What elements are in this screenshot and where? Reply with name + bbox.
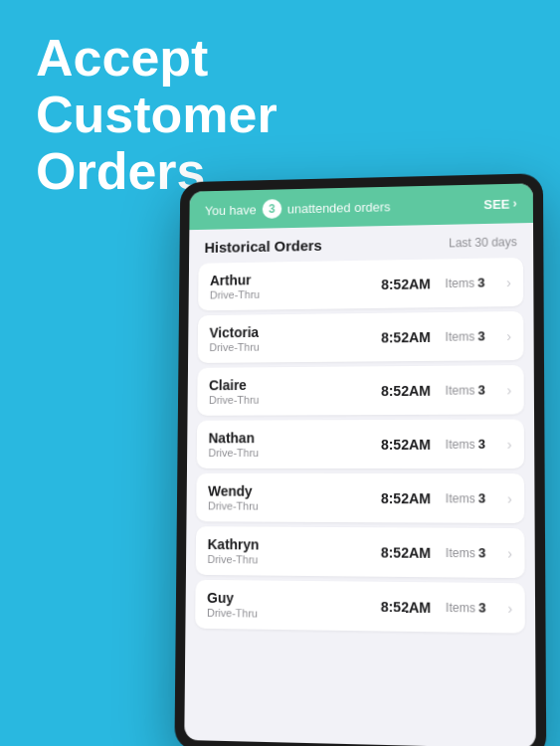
- order-name: Wendy: [208, 483, 366, 499]
- orders-header-title: Historical Orders: [204, 237, 321, 256]
- order-time: 8:52AM: [378, 382, 433, 398]
- orders-list: Arthur Drive-Thru 8:52AM Items 3 › Victo…: [184, 258, 536, 746]
- banner-chevron-icon: ›: [513, 197, 517, 211]
- order-time: 8:52AM: [378, 544, 434, 561]
- order-items: Items 3: [446, 328, 501, 344]
- order-card-chevron-icon: ›: [507, 490, 512, 506]
- order-name: Nathan: [209, 430, 367, 446]
- order-card[interactable]: Nathan Drive-Thru 8:52AM Items 3 ›: [197, 419, 524, 468]
- order-card-chevron-icon: ›: [506, 328, 511, 344]
- order-card-chevron-icon: ›: [507, 436, 512, 452]
- order-info: Guy Drive-Thru: [207, 590, 366, 621]
- order-card[interactable]: Wendy Drive-Thru 8:52AM Items 3 ›: [196, 473, 524, 523]
- orders-header-subtitle: Last 30 days: [449, 235, 517, 250]
- order-card[interactable]: Arthur Drive-Thru 8:52AM Items 3 ›: [198, 258, 523, 310]
- banner-prefix: You have: [205, 202, 257, 218]
- order-info: Nathan Drive-Thru: [208, 430, 366, 459]
- order-type: Drive-Thru: [207, 553, 366, 566]
- banner-suffix: unattended orders: [287, 199, 391, 216]
- tablet-device: You have 3 unattended orders SEE › Histo…: [174, 173, 546, 746]
- hero-line1: Accept: [36, 30, 278, 87]
- order-items-label: Items: [446, 329, 475, 343]
- order-name: Arthur: [210, 271, 367, 288]
- order-items-count: 3: [478, 437, 485, 452]
- order-card-chevron-icon: ›: [506, 275, 511, 290]
- order-items-count: 3: [477, 276, 484, 290]
- order-type: Drive-Thru: [209, 340, 366, 353]
- order-name: Kathryn: [208, 536, 367, 553]
- order-info: Arthur Drive-Thru: [210, 271, 367, 301]
- order-items: Items 3: [446, 382, 501, 397]
- banner-see-label: SEE: [483, 196, 509, 211]
- order-items-count: 3: [478, 600, 485, 615]
- order-type: Drive-Thru: [208, 447, 366, 459]
- banner-see-button[interactable]: SEE ›: [483, 196, 516, 212]
- order-time: 8:52AM: [378, 436, 433, 452]
- banner-message: You have 3 unattended orders: [205, 194, 483, 220]
- order-items-count: 3: [478, 545, 485, 560]
- order-type: Drive-Thru: [210, 286, 367, 300]
- order-name: Victoria: [209, 323, 366, 341]
- order-items-label: Items: [446, 545, 475, 559]
- order-time: 8:52AM: [378, 490, 433, 506]
- banner-count: 3: [262, 199, 281, 219]
- order-card[interactable]: Claire Drive-Thru 8:52AM Items 3 ›: [197, 365, 524, 416]
- order-items-label: Items: [446, 276, 475, 289]
- order-type: Drive-Thru: [207, 607, 366, 621]
- order-name: Guy: [207, 590, 366, 608]
- order-items-count: 3: [477, 328, 484, 343]
- order-items-count: 3: [478, 490, 485, 505]
- order-items-label: Items: [446, 600, 475, 615]
- order-time: 8:52AM: [378, 598, 434, 615]
- order-info: Victoria Drive-Thru: [209, 323, 366, 353]
- order-info: Claire Drive-Thru: [209, 376, 367, 406]
- order-info: Wendy Drive-Thru: [208, 483, 366, 512]
- hero-line2: Customer: [36, 87, 278, 143]
- order-info: Kathryn Drive-Thru: [207, 536, 366, 566]
- order-items-count: 3: [477, 382, 484, 397]
- order-items: Items 3: [446, 600, 501, 616]
- order-items: Items 3: [446, 545, 501, 561]
- order-type: Drive-Thru: [209, 393, 367, 406]
- order-items: Items 3: [446, 490, 501, 505]
- order-card-chevron-icon: ›: [507, 545, 512, 561]
- order-card-chevron-icon: ›: [507, 382, 512, 398]
- order-items-label: Items: [446, 437, 475, 451]
- tablet-screen: You have 3 unattended orders SEE › Histo…: [184, 183, 536, 746]
- order-items: Items 3: [446, 275, 501, 290]
- order-card[interactable]: Guy Drive-Thru 8:52AM Items 3 ›: [195, 580, 525, 634]
- order-time: 8:52AM: [379, 276, 434, 292]
- order-name: Claire: [209, 376, 366, 393]
- order-items-label: Items: [446, 383, 475, 397]
- order-type: Drive-Thru: [208, 500, 366, 513]
- order-card-chevron-icon: ›: [507, 600, 512, 616]
- order-card[interactable]: Kathryn Drive-Thru 8:52AM Items 3 ›: [196, 526, 525, 578]
- hero-title: Accept Customer Orders: [36, 30, 278, 201]
- order-items-label: Items: [446, 491, 475, 505]
- order-card[interactable]: Victoria Drive-Thru 8:52AM Items 3 ›: [198, 311, 524, 363]
- order-items: Items 3: [446, 437, 501, 452]
- order-time: 8:52AM: [378, 328, 433, 344]
